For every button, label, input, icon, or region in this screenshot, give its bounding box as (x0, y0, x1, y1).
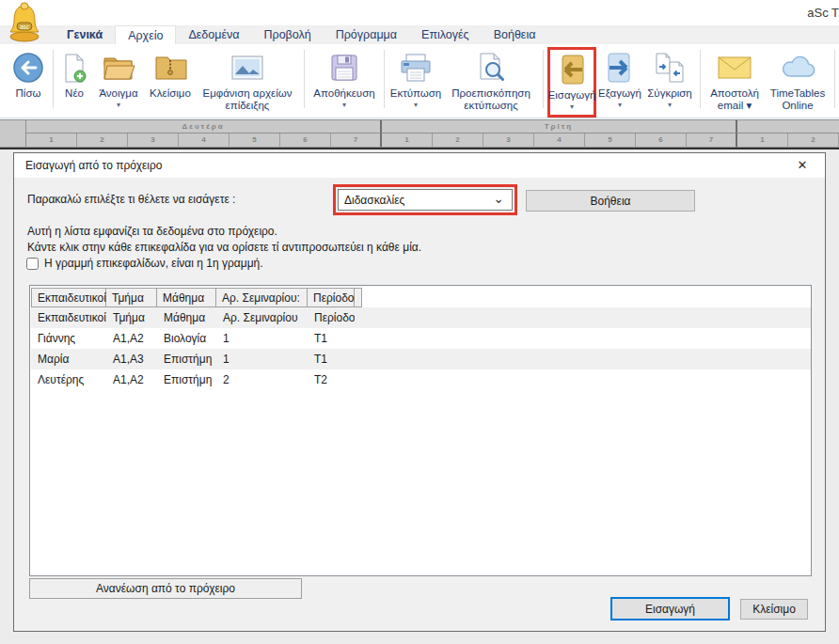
tab-help[interactable]: Βοήθεια (482, 25, 548, 44)
tab-options[interactable]: Επιλογές (409, 25, 482, 44)
table-row[interactable]: Λευτέρης A1,A2 Επιστήμη 2 T2 (31, 369, 811, 390)
open-folder-icon (102, 50, 135, 86)
timetable-header-strip: Δευτέρα 1 2 3 4 5 6 7 Τρίτη 1 2 3 4 5 6 … (0, 119, 839, 148)
toolbar-separator (53, 50, 54, 108)
caret-down-icon: ▾ (414, 102, 418, 109)
timetable-day-monday: Δευτέρα 1 2 3 4 5 6 7 (26, 120, 382, 148)
toolbar-button-import[interactable]: Εισαγωγή ▾ (547, 47, 596, 118)
select-type-label: Παρακαλώ επιλέξτε τι θέλετε να εισάγετε … (27, 193, 235, 206)
dialog-title-bar: Εισαγωγή από το πρόχειρο ✕ (14, 153, 825, 178)
toolbar-button-new[interactable]: Νέο (57, 46, 91, 100)
ribbon-tab-bar: Γενικά Αρχείο Δεδομένα Προβολή Πρόγραμμα… (0, 25, 839, 44)
asc-bell-logo-icon[interactable]: asc (7, 1, 42, 42)
dialog-title: Εισαγωγή από το πρόχειρο (25, 153, 162, 178)
column-header-subject[interactable]: Μάθημα (157, 288, 216, 307)
send-email-icon (717, 50, 752, 86)
toolbar-button-print[interactable]: Εκτύπωση ▾ (388, 46, 443, 109)
export-icon (604, 50, 636, 86)
toolbar-separator (384, 50, 385, 108)
toolbar-bottom-divider (0, 118, 839, 118)
toolbar-separator (700, 50, 701, 108)
clipboard-info-line2: Κάντε κλικ στην κάθε επικεφαλίδα για να … (27, 241, 421, 254)
period-cell: 2 (788, 134, 839, 148)
print-preview-icon (475, 50, 507, 86)
period-cell: 7 (331, 134, 382, 148)
period-cell: 3 (128, 134, 179, 148)
period-cell: 5 (585, 134, 636, 148)
toolbar-button-timetables-online[interactable]: TimeTables Online (765, 46, 831, 112)
help-button[interactable]: Βοήθεια (526, 190, 695, 212)
period-cell: 6 (280, 134, 331, 148)
dropdown-value: Διδασκαλίες (344, 194, 404, 207)
close-button[interactable]: Κλείσιμο (740, 599, 808, 620)
period-cell: 4 (179, 134, 230, 148)
period-cell: 3 (483, 134, 534, 148)
caret-down-icon: ▾ (618, 102, 622, 109)
tab-file[interactable]: Αρχείο (115, 25, 176, 44)
dropdown-highlight-box: Διδασκαλίες ⌄ (333, 184, 517, 215)
timetable-day-tuesday: Τρίτη 1 2 3 4 5 6 7 (382, 120, 737, 148)
period-cell: 2 (77, 134, 128, 148)
import-type-dropdown[interactable]: Διδασκαλίες ⌄ (338, 189, 513, 211)
toolbar-button-save[interactable]: Αποθήκευση ▾ (309, 46, 380, 109)
toolbar-button-export[interactable]: Εξαγωγή ▾ (596, 46, 643, 109)
timetable-day-next: 1 2 (737, 120, 839, 148)
period-cell: 6 (636, 134, 687, 148)
toolbar-button-print-preview[interactable]: Προεπισκόπηση εκτύπωσης (443, 46, 539, 112)
closed-folder-icon (153, 50, 187, 86)
column-header-class[interactable]: Τμήμα (106, 288, 157, 307)
svg-text:asc: asc (20, 24, 30, 30)
toolbar-button-back[interactable]: Πίσω (8, 46, 49, 100)
refresh-from-clipboard-button[interactable]: Ανανέωση από το πρόχειρο (29, 578, 302, 599)
toolbar-button-close-file[interactable]: Κλείσιμο (146, 46, 195, 100)
toolbar-button-open[interactable]: Άνοιγμα ▾ (91, 46, 146, 109)
clipboard-data-list: Εκπαιδευτικοί Τμήμα Μάθημα Αρ. Σεμιναρίο… (29, 285, 812, 576)
app-title: aSc T (807, 6, 839, 20)
toolbar-button-compare[interactable]: Σύγκριση ▾ (643, 46, 696, 109)
header-row-checkbox[interactable] (26, 258, 39, 270)
period-cell: 5 (230, 134, 280, 148)
header-row-checkbox-row: Η γραμμή επικεφαλίδων, είναι η 1η γραμμή… (26, 257, 263, 270)
compare-icon (653, 50, 687, 86)
toolbar-separator (543, 50, 544, 108)
demo-files-icon (230, 50, 264, 86)
tab-view[interactable]: Προβολή (252, 25, 324, 44)
toolbar-button-demo-files[interactable]: Εμφάνιση αρχείων επίδειξης (195, 46, 300, 112)
import-from-clipboard-dialog: Εισαγωγή από το πρόχειρο ✕ Παρακαλώ επιλ… (13, 152, 826, 632)
header-row-checkbox-label: Η γραμμή επικεφαλίδων, είναι η 1η γραμμή… (44, 257, 263, 270)
import-icon (556, 52, 588, 87)
period-cell: 1 (737, 134, 788, 148)
caret-down-icon: ▾ (570, 103, 574, 111)
column-header-period[interactable]: Περίοδος (308, 288, 355, 307)
print-icon (399, 50, 433, 86)
tab-data[interactable]: Δεδομένα (176, 25, 251, 44)
app-window: aSc T asc Γενικά Αρχείο Δεδομένα Προβολή… (0, 0, 839, 644)
tab-general[interactable]: Γενικά (55, 25, 115, 44)
toolbar-button-send-email[interactable]: Αποστολή email ▾ (704, 46, 765, 112)
import-button[interactable]: Εισαγωγή (610, 597, 730, 620)
toolbar-separator (834, 50, 835, 108)
column-header-seminar-number[interactable]: Αρ. Σεμιναρίου: (216, 288, 308, 307)
tab-timetable[interactable]: Πρόγραμμα (324, 25, 409, 44)
caret-down-icon: ▾ (342, 102, 346, 109)
chevron-down-icon: ⌄ (493, 191, 504, 206)
cloud-icon (779, 50, 816, 86)
period-cell: 1 (26, 134, 77, 148)
back-icon (12, 50, 44, 86)
timetable-corner-cell (0, 120, 26, 148)
column-header-row: Εκπαιδευτικοί Τμήμα Μάθημα Αρ. Σεμιναρίο… (31, 288, 811, 307)
title-bar: aSc T (0, 0, 839, 25)
close-icon[interactable]: ✕ (792, 153, 813, 178)
caret-down-icon: ▾ (668, 102, 672, 109)
table-row[interactable]: Γιάννης A1,A2 Βιολογία 1 T1 (31, 328, 811, 349)
save-icon (328, 50, 360, 86)
new-document-icon (58, 50, 90, 86)
caret-down-icon: ▾ (117, 102, 120, 109)
column-header-teachers[interactable]: Εκπαιδευτικοί (31, 288, 106, 307)
period-cell: 2 (433, 134, 483, 148)
table-row[interactable]: Μαρία A1,A3 Επιστήμη 1 T1 (31, 349, 811, 369)
clipboard-info-line1: Αυτή η λίστα εμφανίζει τα δεδομένα στο π… (27, 225, 277, 238)
toolbar-separator (304, 50, 305, 108)
period-cell: 1 (382, 134, 433, 148)
table-row[interactable]: Εκπαιδευτικοί Τμήμα Μάθημα Αρ. Σεμιναρίο… (31, 307, 811, 328)
